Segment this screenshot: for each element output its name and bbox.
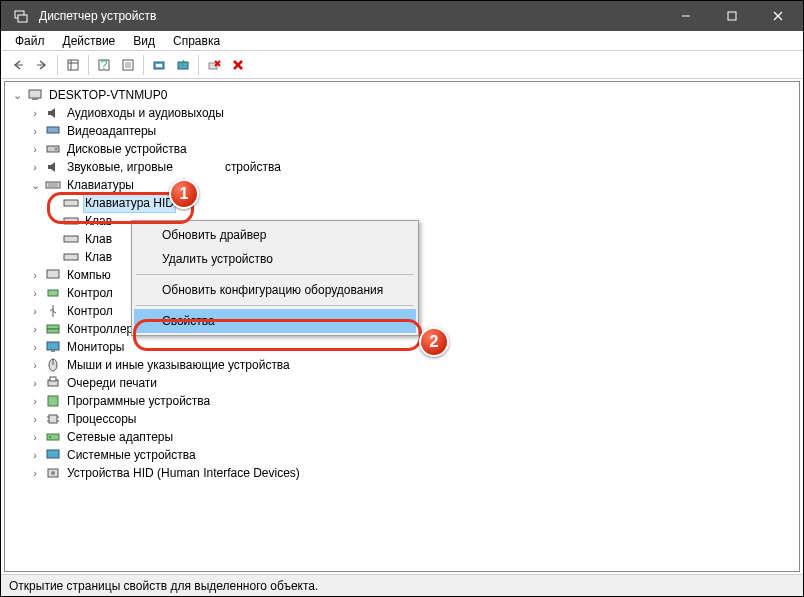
update-driver-icon[interactable] bbox=[172, 54, 194, 76]
context-menu: Обновить драйвер Удалить устройство Обно… bbox=[131, 220, 419, 336]
chevron-right-icon[interactable]: › bbox=[29, 356, 41, 374]
keyboard-icon bbox=[63, 231, 79, 247]
svg-rect-36 bbox=[48, 290, 58, 296]
menu-help[interactable]: Справка bbox=[165, 32, 228, 50]
chevron-right-icon[interactable]: › bbox=[29, 122, 41, 140]
system-icon bbox=[45, 447, 61, 463]
ctx-separator bbox=[136, 274, 414, 275]
keyboard-icon bbox=[63, 195, 79, 211]
menu-action[interactable]: Действие bbox=[55, 32, 124, 50]
svg-rect-40 bbox=[51, 350, 55, 352]
chevron-right-icon[interactable]: › bbox=[29, 374, 41, 392]
svg-point-52 bbox=[49, 436, 51, 438]
ctx-rescan-hardware[interactable]: Обновить конфигурацию оборудования bbox=[134, 278, 416, 302]
ctx-remove-device[interactable]: Удалить устройство bbox=[134, 247, 416, 271]
status-bar: Открытие страницы свойств для выделенног… bbox=[1, 574, 803, 596]
title-bar: Диспетчер устройств bbox=[1, 1, 803, 31]
selected-item: Клавиатура HID bbox=[83, 193, 176, 213]
tree-node-audio[interactable]: ›Аудиовходы и аудиовыходы bbox=[7, 104, 797, 122]
computer-icon bbox=[27, 87, 43, 103]
annotation-badge-2: 2 bbox=[419, 327, 449, 357]
svg-rect-25 bbox=[47, 127, 59, 133]
chevron-right-icon[interactable]: › bbox=[29, 464, 41, 482]
tree-node-network[interactable]: ›Сетевые адаптеры bbox=[7, 428, 797, 446]
tree-node-disk[interactable]: ›Дисковые устройства bbox=[7, 140, 797, 158]
uninstall-icon[interactable] bbox=[203, 54, 225, 76]
scan-hardware-icon[interactable] bbox=[148, 54, 170, 76]
svg-rect-35 bbox=[47, 270, 59, 278]
tree-node-system[interactable]: ›Системные устройства bbox=[7, 446, 797, 464]
ctx-update-driver[interactable]: Обновить драйвер bbox=[134, 223, 416, 247]
tree-node-monitors[interactable]: ›Мониторы bbox=[7, 338, 797, 356]
keyboard-icon bbox=[45, 177, 61, 193]
tree-node-hid[interactable]: ›Устройства HID (Human Interface Devices… bbox=[7, 464, 797, 482]
chevron-right-icon[interactable]: › bbox=[29, 410, 41, 428]
toolbar-separator bbox=[88, 55, 89, 75]
svg-rect-53 bbox=[47, 450, 59, 458]
speaker-icon bbox=[45, 105, 61, 121]
chevron-right-icon[interactable]: › bbox=[29, 302, 41, 320]
svg-rect-46 bbox=[49, 415, 57, 423]
annotation-badge-1: 1 bbox=[169, 179, 199, 209]
svg-rect-44 bbox=[50, 377, 56, 381]
tree-node-cpu[interactable]: ›Процессоры bbox=[7, 410, 797, 428]
menu-view[interactable]: Вид bbox=[125, 32, 163, 50]
chevron-right-icon[interactable]: › bbox=[29, 446, 41, 464]
svg-rect-28 bbox=[46, 182, 60, 188]
minimize-button[interactable] bbox=[663, 1, 709, 31]
back-button[interactable] bbox=[7, 54, 29, 76]
svg-rect-38 bbox=[47, 329, 59, 333]
disable-icon[interactable] bbox=[227, 54, 249, 76]
chevron-right-icon[interactable]: › bbox=[29, 320, 41, 338]
show-hidden-icon[interactable] bbox=[62, 54, 84, 76]
hid-icon bbox=[45, 465, 61, 481]
chevron-right-icon[interactable]: › bbox=[29, 140, 41, 158]
chevron-right-icon[interactable]: › bbox=[29, 338, 41, 356]
usb-icon bbox=[45, 303, 61, 319]
cpu-icon bbox=[45, 411, 61, 427]
svg-rect-45 bbox=[48, 396, 58, 406]
svg-rect-1 bbox=[18, 15, 27, 22]
monitor-icon bbox=[45, 339, 61, 355]
tree-node-sound-game[interactable]: ›Звуковые, игровыестройства bbox=[7, 158, 797, 176]
chevron-down-icon[interactable]: ⌄ bbox=[29, 176, 41, 194]
svg-rect-6 bbox=[68, 60, 78, 70]
svg-point-55 bbox=[51, 471, 55, 475]
chevron-right-icon[interactable]: › bbox=[29, 284, 41, 302]
chevron-down-icon[interactable]: ⌄ bbox=[11, 86, 23, 104]
app-icon bbox=[13, 8, 29, 24]
maximize-button[interactable] bbox=[709, 1, 755, 31]
printer-icon bbox=[45, 375, 61, 391]
tree-node-keyboards[interactable]: ⌄Клавиатуры bbox=[7, 176, 797, 194]
chevron-right-icon[interactable]: › bbox=[29, 158, 41, 176]
help-icon[interactable]: ? bbox=[93, 54, 115, 76]
tree-node-software[interactable]: ›Программные устройства bbox=[7, 392, 797, 410]
toolbar-separator bbox=[57, 55, 58, 75]
mouse-icon bbox=[45, 357, 61, 373]
tree-node-video[interactable]: ›Видеоадаптеры bbox=[7, 122, 797, 140]
toolbar-separator bbox=[143, 55, 144, 75]
tree-node-mouse[interactable]: ›Мыши и иные указывающие устройства bbox=[7, 356, 797, 374]
svg-rect-33 bbox=[64, 236, 78, 242]
tree-node-keyboard-hid[interactable]: Клавиатура HID bbox=[7, 194, 797, 212]
forward-button[interactable] bbox=[31, 54, 53, 76]
svg-rect-37 bbox=[47, 325, 59, 329]
chevron-right-icon[interactable]: › bbox=[29, 428, 41, 446]
svg-rect-16 bbox=[156, 64, 162, 67]
tree-root[interactable]: ⌄DESKTOP-VTNMUP0 bbox=[7, 86, 797, 104]
svg-point-27 bbox=[55, 148, 58, 151]
ctx-separator bbox=[136, 305, 414, 306]
disk-icon bbox=[45, 141, 61, 157]
chevron-right-icon[interactable]: › bbox=[29, 104, 41, 122]
close-button[interactable] bbox=[755, 1, 801, 31]
chevron-right-icon[interactable]: › bbox=[29, 266, 41, 284]
properties-icon[interactable] bbox=[117, 54, 139, 76]
svg-rect-34 bbox=[64, 254, 78, 260]
toolbar-separator bbox=[198, 55, 199, 75]
tree-node-print-queue[interactable]: ›Очереди печати bbox=[7, 374, 797, 392]
menu-file[interactable]: Файл bbox=[7, 32, 53, 50]
speaker-icon bbox=[45, 159, 61, 175]
chevron-right-icon[interactable]: › bbox=[29, 392, 41, 410]
ctx-properties[interactable]: Свойства bbox=[134, 309, 416, 333]
keyboard-icon bbox=[63, 213, 79, 229]
